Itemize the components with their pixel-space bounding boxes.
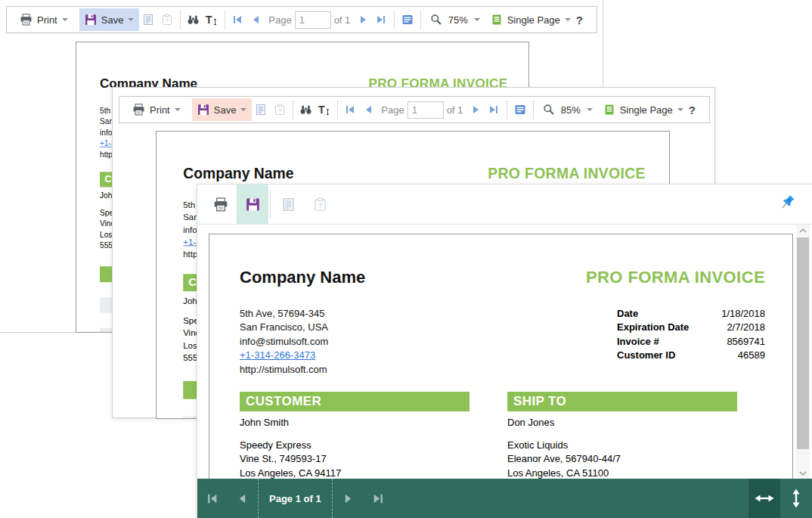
triangle-left-icon — [251, 14, 262, 25]
caret-down-icon — [240, 108, 246, 111]
magnifier-icon — [430, 14, 442, 26]
scroll-up-button[interactable] — [796, 225, 810, 237]
triangle-left-icon — [364, 104, 375, 115]
svg-text:?: ? — [277, 107, 281, 114]
triangle-left-icon — [237, 493, 249, 504]
caret-down-icon — [587, 108, 593, 111]
caret-down-icon — [175, 108, 181, 111]
save-label: Save — [101, 14, 124, 26]
find-button[interactable] — [297, 99, 315, 120]
parameters-button[interactable]: ? — [158, 9, 176, 30]
bookmarks-button[interactable] — [252, 99, 270, 120]
help-button[interactable]: ? — [689, 104, 696, 116]
meta-row: Customer ID 46589 — [617, 349, 765, 362]
viewer3-report-page: Company Name PRO FORMA INVOICE 5th Ave, … — [209, 234, 793, 480]
print-label: Print — [37, 14, 57, 26]
meta-label: Invoice # — [617, 335, 659, 349]
next-page-button[interactable] — [353, 9, 371, 30]
document-outline-icon — [142, 14, 154, 26]
zoom-button[interactable]: 75% — [425, 8, 485, 31]
print-button[interactable] — [205, 185, 237, 224]
pin-toolbar-button[interactable] — [779, 194, 795, 214]
meta-value: 2/7/2018 — [727, 321, 765, 334]
document-outline-icon — [255, 104, 267, 116]
phone-link[interactable]: +1-314-266-3473 — [240, 349, 315, 361]
triangle-right-icon — [470, 104, 481, 115]
invoice-meta-block: Date 1/18/2018 Expiration Date 2/7/2018 … — [617, 307, 765, 377]
page-number-input[interactable] — [295, 11, 331, 29]
single-page-icon — [491, 14, 503, 26]
last-page-button[interactable] — [363, 479, 393, 518]
vertical-arrows-icon — [790, 489, 802, 508]
next-page-button[interactable] — [466, 99, 484, 120]
invoice-title: PRO FORMA INVOICE — [586, 268, 765, 287]
print-button[interactable]: Print — [14, 8, 73, 31]
caret-down-icon — [128, 18, 134, 21]
fit-page-width-button[interactable] — [748, 479, 780, 518]
meta-row: Date 1/18/2018 — [617, 307, 765, 321]
viewer2-toolbar: Print Save ? T Page of 1 85% — [119, 96, 710, 123]
triangle-right-icon — [357, 14, 368, 25]
toolbar-separator — [337, 100, 338, 119]
print-button[interactable]: Print — [127, 98, 186, 121]
website-line: http://stimulsoft.com — [240, 363, 328, 377]
thumbnails-button[interactable] — [398, 9, 417, 30]
pushpin-icon — [779, 194, 795, 211]
printer-icon — [132, 104, 145, 116]
clipboard-question-icon: ? — [161, 14, 173, 26]
caret-down-icon — [677, 108, 683, 111]
save-button[interactable]: Save — [79, 8, 140, 31]
page-count-label: of 1 — [447, 104, 463, 116]
toolbar-separator — [394, 10, 395, 29]
last-page-button[interactable] — [484, 99, 502, 120]
first-page-button[interactable] — [229, 9, 247, 30]
scrollbar-thumb[interactable] — [797, 237, 809, 449]
bookmarks-button[interactable] — [272, 185, 304, 224]
skip-to-end-icon — [372, 493, 384, 504]
view-mode-button[interactable]: Single Page — [485, 8, 576, 31]
shipto-line: Exotic Liquids — [507, 439, 737, 452]
zoom-button[interactable]: 85% — [538, 98, 598, 121]
first-page-button[interactable] — [342, 99, 360, 120]
page-thumbnails-icon — [514, 104, 526, 116]
address-line: San Francisco, USA — [240, 321, 328, 334]
prev-page-button[interactable] — [360, 99, 378, 120]
text-editor-button[interactable]: T — [203, 9, 221, 30]
meta-label: Customer ID — [617, 349, 675, 362]
prev-page-button[interactable] — [228, 479, 258, 518]
page-label: Page — [381, 104, 404, 116]
save-button[interactable] — [237, 185, 268, 224]
printer-icon — [213, 197, 228, 212]
invoice-title: PRO FORMA INVOICE — [488, 165, 646, 182]
parameters-button[interactable]: ? — [304, 185, 336, 224]
viewer3-navigation-bar: Page 1 of 1 — [197, 479, 812, 518]
text-editor-button[interactable]: T — [315, 99, 333, 120]
view-mode-button[interactable]: Single Page — [598, 98, 689, 121]
chevron-down-icon — [799, 471, 807, 476]
vertical-scrollbar[interactable] — [796, 225, 810, 479]
fit-page-height-button[interactable] — [780, 479, 812, 518]
shipto-line: Eleanor Ave, 567940-44/7 — [507, 452, 737, 466]
page-number-input[interactable] — [408, 101, 444, 119]
meta-value: 46589 — [738, 349, 765, 362]
scroll-down-button[interactable] — [796, 467, 810, 479]
bookmarks-button[interactable] — [139, 9, 157, 30]
chevron-up-icon — [799, 228, 807, 233]
find-button[interactable] — [184, 9, 203, 30]
document-outline-icon — [281, 197, 296, 212]
first-page-button[interactable] — [197, 479, 228, 518]
meta-label: Expiration Date — [617, 321, 689, 334]
customer-line: Speedy Express — [240, 439, 470, 452]
thumbnails-button[interactable] — [511, 99, 529, 120]
toolbar-separator — [507, 100, 507, 119]
next-page-button[interactable] — [333, 479, 363, 518]
last-page-button[interactable] — [371, 9, 389, 30]
page-count-label: of 1 — [334, 14, 351, 26]
shipto-header-bar: SHIP TO — [507, 392, 737, 411]
help-button[interactable]: ? — [576, 14, 583, 26]
invoice-info-row: 5th Ave, 57694-345 San Francisco, USA in… — [240, 307, 765, 377]
prev-page-button[interactable] — [247, 9, 265, 30]
binoculars-icon — [187, 14, 200, 26]
save-button[interactable]: Save — [192, 98, 253, 121]
parameters-button[interactable]: ? — [271, 99, 289, 120]
